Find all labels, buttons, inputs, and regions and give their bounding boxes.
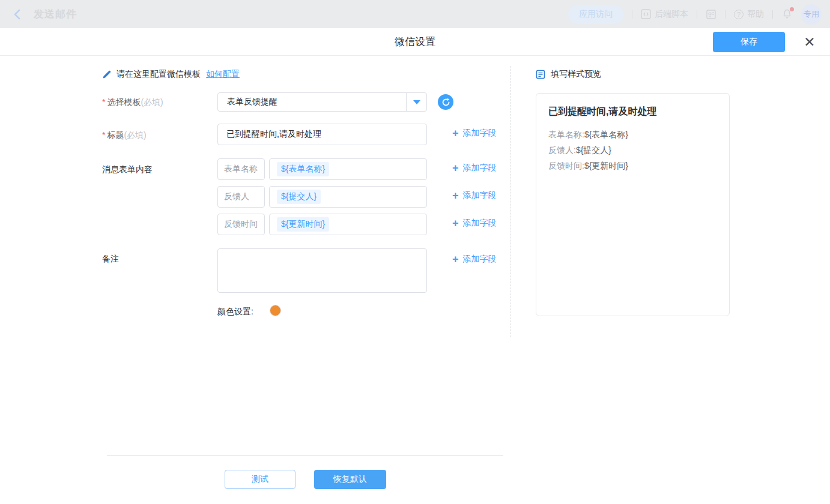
template-select[interactable]: 表单反馈提醒 xyxy=(217,92,427,112)
avatar[interactable]: 专用 xyxy=(801,4,822,25)
pencil-icon xyxy=(102,70,111,79)
add-field-button-row-3[interactable]: + 添加字段 xyxy=(452,218,497,229)
add-field-label: 添加字段 xyxy=(463,254,497,265)
question-icon: ? xyxy=(734,10,744,19)
required-asterisk: * xyxy=(102,130,105,140)
field-token[interactable]: ${提交人} xyxy=(277,190,321,204)
add-field-label: 添加字段 xyxy=(463,190,497,201)
modal-title: 微信设置 xyxy=(0,28,830,55)
color-setting-label: 颜色设置: xyxy=(217,307,253,317)
preview-title: 已到提醒时间,请及时处理 xyxy=(548,106,717,118)
add-field-button-row-2[interactable]: + 添加字段 xyxy=(452,190,497,201)
help-label: 帮助 xyxy=(747,9,764,20)
add-field-label: 添加字段 xyxy=(463,128,497,139)
preview-header-text: 填写样式预览 xyxy=(551,69,601,80)
preview-line: 反馈人:${提交人} xyxy=(548,142,717,158)
row-key-input-3[interactable] xyxy=(217,214,265,235)
page-title: 发送邮件 xyxy=(34,7,77,21)
preview-line-value: ${表单名称} xyxy=(584,130,628,139)
notification-badge xyxy=(790,7,794,11)
refresh-icon xyxy=(441,98,450,107)
preview-line-value: ${更新时间} xyxy=(584,161,628,170)
topbar-separator xyxy=(725,10,725,19)
save-button[interactable]: 保存 xyxy=(713,32,785,52)
preview-card: 已到提醒时间,请及时处理 表单名称:${表单名称} 反馈人:${提交人} 反馈时… xyxy=(536,93,730,316)
preview-line-label: 反馈人: xyxy=(548,145,576,155)
add-field-button-row-1[interactable]: + 添加字段 xyxy=(452,163,497,173)
add-field-button-remark[interactable]: + 添加字段 xyxy=(452,254,497,265)
topbar-separator xyxy=(772,10,773,19)
plus-icon: + xyxy=(452,163,459,173)
topbar-separator xyxy=(632,10,632,19)
wechat-settings-modal: 微信设置 保存 ✕ 请在这里配置微信模板 如何配置 *选择模板(必填) 表单反馈… xyxy=(0,28,830,504)
plus-icon: + xyxy=(452,218,459,229)
color-swatch[interactable] xyxy=(270,305,281,316)
row-value-input-3[interactable]: ${更新时间} xyxy=(269,214,427,235)
add-field-label: 添加字段 xyxy=(463,163,497,173)
preview-line-label: 反馈时间: xyxy=(548,161,584,170)
remark-label: 备注 xyxy=(102,254,119,265)
code-icon xyxy=(641,9,651,19)
content-label: 消息表单内容 xyxy=(102,164,153,175)
back-icon[interactable] xyxy=(12,8,24,20)
vertical-divider xyxy=(510,66,511,337)
template-required-suffix: (必填) xyxy=(141,97,163,107)
title-required-suffix: (必填) xyxy=(124,130,146,140)
row-key-input-2[interactable] xyxy=(217,186,265,208)
notification-bell-icon[interactable] xyxy=(781,8,793,20)
row-key-input-1[interactable] xyxy=(217,158,265,180)
document-icon xyxy=(536,70,545,79)
title-label-text: 标题 xyxy=(107,130,124,140)
preview-header: 填写样式预览 xyxy=(536,69,601,80)
template-label: *选择模板(必填) xyxy=(102,97,163,108)
row-value-input-1[interactable]: ${表单名称} xyxy=(269,158,427,180)
help-button[interactable]: ? 帮助 xyxy=(734,9,764,20)
test-button[interactable]: 测试 xyxy=(225,470,295,489)
template-select-value: 表单反馈提醒 xyxy=(218,97,406,107)
add-field-button-title[interactable]: + 添加字段 xyxy=(452,128,497,139)
topbar-separator xyxy=(697,10,697,19)
field-token[interactable]: ${表单名称} xyxy=(277,162,329,176)
modal-header: 微信设置 保存 ✕ xyxy=(0,28,830,56)
backend-script-button[interactable]: 后端脚本 xyxy=(641,9,688,20)
remark-textarea[interactable] xyxy=(217,248,427,293)
preview-line: 反馈时间:${更新时间} xyxy=(548,158,717,173)
title-label: *标题(必填) xyxy=(102,130,147,141)
title-input[interactable] xyxy=(217,124,427,145)
select-caret-zone[interactable] xyxy=(406,93,426,111)
modal-body: 请在这里配置微信模板 如何配置 *选择模板(必填) 表单反馈提醒 *标题(必填)… xyxy=(0,56,830,503)
refresh-templates-button[interactable] xyxy=(438,94,453,110)
required-asterisk: * xyxy=(102,97,105,107)
footer-divider xyxy=(107,455,503,456)
page-topbar: 发送邮件 应用访问 后端脚本 ? 帮助 xyxy=(0,0,830,28)
plus-icon: + xyxy=(452,190,459,201)
plus-icon: + xyxy=(452,128,459,139)
row-value-input-2[interactable]: ${提交人} xyxy=(269,186,427,208)
plus-icon: + xyxy=(452,254,459,265)
close-icon[interactable]: ✕ xyxy=(800,32,819,52)
config-hint-text: 请在这里配置微信模板 xyxy=(117,69,201,80)
backend-script-label: 后端脚本 xyxy=(655,9,688,20)
preview-line: 表单名称:${表单名称} xyxy=(548,127,717,142)
preview-line-value: ${提交人} xyxy=(576,145,611,155)
restore-default-button[interactable]: 恢复默认 xyxy=(314,470,386,489)
add-field-label: 添加字段 xyxy=(463,218,497,229)
preview-line-label: 表单名称: xyxy=(548,130,584,139)
contact-card-icon[interactable] xyxy=(706,9,716,20)
chevron-down-icon xyxy=(413,100,420,104)
app-access-button[interactable]: 应用访问 xyxy=(568,5,623,24)
config-hint-row: 请在这里配置微信模板 如何配置 xyxy=(102,69,240,80)
field-token[interactable]: ${更新时间} xyxy=(277,217,329,232)
template-label-text: 选择模板 xyxy=(107,97,141,107)
how-to-configure-link[interactable]: 如何配置 xyxy=(206,69,240,80)
